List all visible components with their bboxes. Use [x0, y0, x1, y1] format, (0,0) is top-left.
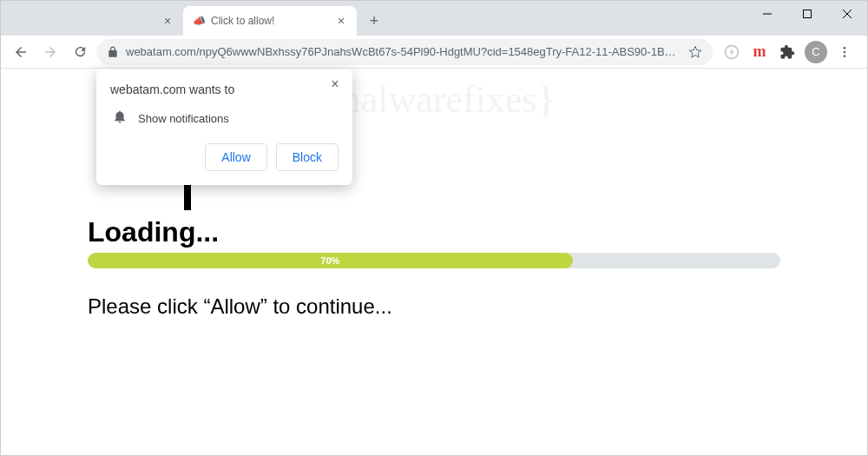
toolbar: webatam.com/npyQ6wwwNBxhssy76PJnahsWcBt6…	[1, 36, 867, 69]
close-icon[interactable]: ×	[161, 14, 174, 28]
close-icon[interactable]: ×	[334, 14, 348, 28]
star-icon[interactable]	[688, 45, 702, 59]
extension-icon-1[interactable]	[721, 42, 742, 63]
bell-icon	[112, 109, 128, 128]
new-tab-button[interactable]: +	[362, 9, 386, 33]
arrow-right-icon	[43, 44, 58, 60]
extension-area: m C	[716, 41, 860, 63]
tab-inactive[interactable]: ×	[10, 6, 183, 36]
url-text: webatam.com/npyQ6wwwNBxhssy76PJnahsWcBt6…	[126, 45, 681, 58]
progress-bar: 70%	[88, 253, 780, 268]
maximize-icon	[803, 10, 812, 18]
permission-row: Show notifications	[110, 109, 339, 128]
kebab-icon	[838, 45, 852, 59]
extension-icon-m[interactable]: m	[749, 42, 770, 63]
lock-icon	[107, 46, 119, 58]
svg-rect-1	[804, 10, 812, 18]
loading-heading: Loading...	[88, 216, 219, 248]
reload-button[interactable]	[67, 39, 93, 65]
close-window-button[interactable]	[827, 1, 867, 27]
titlebar: × 📣 Click to allow! × +	[1, 1, 867, 36]
arrow-left-icon	[13, 44, 29, 60]
address-bar[interactable]: webatam.com/npyQ6wwwNBxhssy76PJnahsWcBt6…	[96, 39, 713, 65]
favicon-icon: 📣	[192, 14, 206, 28]
popup-close-button[interactable]: ×	[326, 76, 344, 93]
maximize-button[interactable]	[787, 1, 827, 27]
close-icon	[843, 10, 852, 18]
progress-fill: 70%	[88, 253, 573, 268]
block-button[interactable]: Block	[276, 143, 339, 171]
tab-title: Click to allow!	[211, 15, 329, 27]
progress-label: 70%	[320, 255, 339, 266]
allow-button[interactable]: Allow	[205, 143, 266, 171]
permission-headline: webatam.com wants to	[110, 83, 339, 96]
tab-strip: × 📣 Click to allow! × +	[1, 1, 386, 36]
extensions-puzzle-button[interactable]	[777, 42, 798, 63]
menu-button[interactable]	[834, 42, 855, 63]
avatar[interactable]: C	[805, 41, 827, 63]
minimize-icon	[763, 10, 772, 18]
svg-point-6	[844, 50, 846, 53]
minimize-button[interactable]	[747, 1, 787, 27]
svg-point-5	[844, 47, 846, 50]
forward-button[interactable]	[37, 39, 63, 65]
permission-buttons: Allow Block	[110, 143, 339, 171]
back-button[interactable]	[8, 39, 34, 65]
puzzle-icon	[779, 44, 795, 60]
window-controls	[747, 1, 867, 27]
bolt-icon	[724, 44, 740, 60]
permission-item-label: Show notifications	[138, 112, 229, 125]
reload-icon	[73, 44, 88, 59]
notification-permission-popup: × webatam.com wants to Show notification…	[96, 69, 352, 185]
instruction-text: Please click “Allow” to continue...	[88, 294, 392, 319]
tab-active[interactable]: 📣 Click to allow! ×	[183, 6, 357, 36]
svg-point-7	[844, 55, 846, 57]
